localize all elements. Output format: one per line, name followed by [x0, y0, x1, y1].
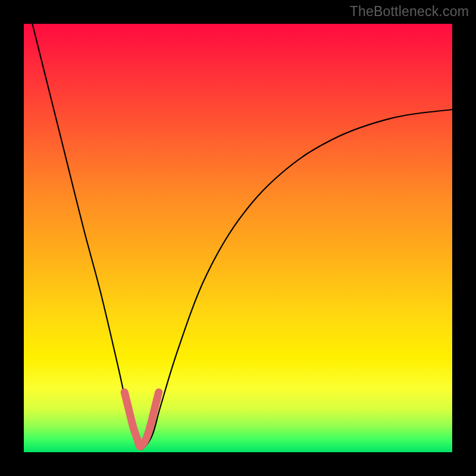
optimal-zone-marker [124, 392, 159, 446]
bottleneck-curve [32, 24, 452, 450]
chart-frame: TheBottleneck.com [0, 0, 476, 476]
gradient-plot-area [24, 24, 452, 452]
curve-layer [24, 24, 452, 452]
watermark-text: TheBottleneck.com [350, 4, 469, 20]
